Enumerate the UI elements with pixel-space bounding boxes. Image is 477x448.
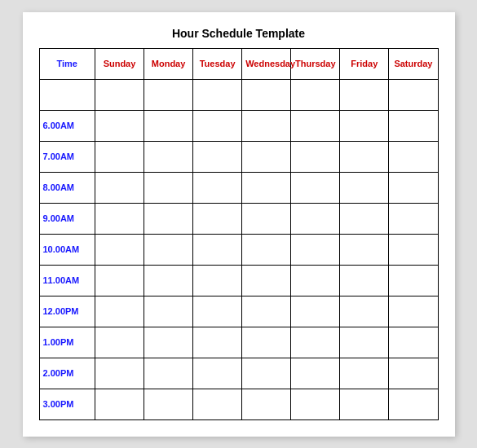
header-wednesday: Wednesday	[242, 48, 291, 79]
schedule-cell[interactable]	[95, 389, 144, 419]
schedule-cell[interactable]	[95, 296, 144, 327]
schedule-cell[interactable]	[242, 203, 291, 234]
header-thursday: Thursday	[291, 48, 340, 79]
schedule-cell[interactable]	[193, 203, 242, 234]
header-tuesday: Tuesday	[193, 48, 242, 79]
header-row: Time Sunday Monday Tuesday Wednesday Thu…	[39, 48, 438, 79]
schedule-cell[interactable]	[291, 110, 340, 141]
schedule-cell[interactable]	[242, 234, 291, 265]
schedule-cell[interactable]	[144, 141, 193, 172]
schedule-cell[interactable]	[291, 265, 340, 296]
schedule-cell[interactable]	[95, 79, 144, 110]
schedule-cell[interactable]	[389, 389, 438, 419]
schedule-cell[interactable]	[389, 296, 438, 327]
schedule-cell[interactable]	[193, 172, 242, 203]
schedule-cell[interactable]	[144, 110, 193, 141]
schedule-cell[interactable]	[389, 234, 438, 265]
schedule-cell[interactable]	[242, 296, 291, 327]
schedule-cell[interactable]	[340, 79, 389, 110]
schedule-cell[interactable]	[389, 327, 438, 358]
schedule-cell[interactable]	[340, 358, 389, 389]
schedule-cell[interactable]	[144, 79, 193, 110]
schedule-cell[interactable]	[144, 265, 193, 296]
schedule-cell[interactable]	[95, 358, 144, 389]
schedule-cell[interactable]	[291, 203, 340, 234]
schedule-cell[interactable]	[95, 110, 144, 141]
schedule-cell[interactable]	[193, 358, 242, 389]
time-cell	[39, 79, 95, 110]
schedule-cell[interactable]	[144, 172, 193, 203]
table-row: 7.00AM	[39, 141, 438, 172]
header-friday: Friday	[340, 48, 389, 79]
schedule-cell[interactable]	[193, 327, 242, 358]
table-row: 10.00AM	[39, 234, 438, 265]
table-row: 8.00AM	[39, 172, 438, 203]
schedule-cell[interactable]	[340, 110, 389, 141]
table-row	[39, 79, 438, 110]
time-cell: 11.00AM	[39, 265, 95, 296]
schedule-cell[interactable]	[95, 141, 144, 172]
schedule-cell[interactable]	[340, 234, 389, 265]
schedule-cell[interactable]	[193, 389, 242, 419]
schedule-cell[interactable]	[95, 234, 144, 265]
schedule-cell[interactable]	[144, 296, 193, 327]
schedule-cell[interactable]	[242, 265, 291, 296]
schedule-cell[interactable]	[389, 172, 438, 203]
schedule-cell[interactable]	[340, 203, 389, 234]
schedule-cell[interactable]	[144, 203, 193, 234]
table-row: 9.00AM	[39, 203, 438, 234]
schedule-cell[interactable]	[242, 389, 291, 419]
schedule-cell[interactable]	[291, 172, 340, 203]
schedule-cell[interactable]	[340, 141, 389, 172]
schedule-cell[interactable]	[193, 79, 242, 110]
schedule-cell[interactable]	[291, 389, 340, 419]
schedule-cell[interactable]	[144, 327, 193, 358]
schedule-cell[interactable]	[144, 234, 193, 265]
schedule-cell[interactable]	[242, 110, 291, 141]
time-cell: 12.00PM	[39, 296, 95, 327]
schedule-cell[interactable]	[389, 203, 438, 234]
schedule-cell[interactable]	[291, 327, 340, 358]
header-time: Time	[39, 48, 95, 79]
schedule-cell[interactable]	[291, 296, 340, 327]
schedule-cell[interactable]	[389, 141, 438, 172]
schedule-cell[interactable]	[193, 265, 242, 296]
schedule-cell[interactable]	[242, 172, 291, 203]
schedule-cell[interactable]	[193, 110, 242, 141]
schedule-cell[interactable]	[193, 296, 242, 327]
schedule-cell[interactable]	[144, 389, 193, 419]
schedule-page: Hour Schedule Template Time Sunday Monda…	[23, 12, 455, 437]
time-cell: 7.00AM	[39, 141, 95, 172]
schedule-cell[interactable]	[389, 358, 438, 389]
schedule-cell[interactable]	[193, 234, 242, 265]
schedule-cell[interactable]	[340, 265, 389, 296]
schedule-table: Time Sunday Monday Tuesday Wednesday Thu…	[39, 48, 439, 420]
schedule-cell[interactable]	[291, 79, 340, 110]
time-cell: 6.00AM	[39, 110, 95, 141]
schedule-cell[interactable]	[291, 234, 340, 265]
schedule-cell[interactable]	[95, 327, 144, 358]
header-monday: Monday	[144, 48, 193, 79]
schedule-cell[interactable]	[242, 79, 291, 110]
schedule-cell[interactable]	[389, 79, 438, 110]
schedule-cell[interactable]	[95, 265, 144, 296]
schedule-cell[interactable]	[95, 203, 144, 234]
table-row: 2.00PM	[39, 358, 438, 389]
time-cell: 9.00AM	[39, 203, 95, 234]
schedule-cell[interactable]	[242, 327, 291, 358]
schedule-cell[interactable]	[95, 172, 144, 203]
schedule-cell[interactable]	[389, 110, 438, 141]
schedule-cell[interactable]	[291, 358, 340, 389]
schedule-cell[interactable]	[340, 327, 389, 358]
schedule-cell[interactable]	[389, 265, 438, 296]
schedule-cell[interactable]	[291, 141, 340, 172]
time-cell: 8.00AM	[39, 172, 95, 203]
schedule-cell[interactable]	[340, 172, 389, 203]
schedule-cell[interactable]	[242, 358, 291, 389]
schedule-cell[interactable]	[144, 358, 193, 389]
schedule-cell[interactable]	[242, 141, 291, 172]
table-row: 3.00PM	[39, 389, 438, 419]
schedule-cell[interactable]	[340, 296, 389, 327]
schedule-cell[interactable]	[340, 389, 389, 419]
schedule-cell[interactable]	[193, 141, 242, 172]
